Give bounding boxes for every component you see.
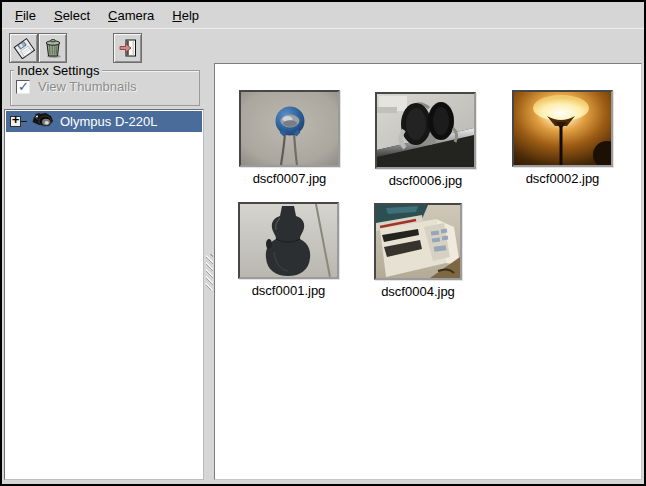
thumbnail-image-thermistor	[239, 90, 340, 167]
view-thumbnails-label: View Thumbnails	[38, 79, 137, 94]
exit-button[interactable]	[113, 33, 142, 63]
frame-title: Index Settings	[14, 63, 102, 78]
pane-resize-handle[interactable]	[206, 254, 213, 290]
thumbnail-filename: dscf0002.jpg	[512, 171, 613, 186]
menu-camera[interactable]: Camera	[105, 5, 157, 26]
exit-door-icon	[117, 37, 139, 59]
menu-help[interactable]: Help	[169, 5, 202, 26]
index-settings-frame: Index Settings View Thumbnails	[10, 70, 200, 106]
camera-label: Olympus D-220L	[60, 114, 158, 129]
thumbnail-image-lamp	[512, 90, 613, 167]
thumbnail-panel: dscf0007.jpg	[214, 63, 642, 480]
thumbnail-image-headphones	[375, 92, 476, 169]
menu-file[interactable]: File	[12, 5, 39, 26]
floppy-disk-icon	[13, 37, 35, 59]
thumbnail-item[interactable]: dscf0001.jpg	[238, 202, 339, 298]
view-thumbnails-checkbox[interactable]	[16, 80, 30, 94]
view-thumbnails-option[interactable]: View Thumbnails	[16, 79, 137, 94]
tree-branch-line	[21, 121, 27, 122]
menu-bar: File Select Camera Help	[2, 2, 644, 29]
thumbnail-item[interactable]: dscf0007.jpg	[239, 90, 340, 186]
thumbnail-filename: dscf0004.jpg	[374, 284, 462, 299]
thumbnail-filename: dscf0007.jpg	[239, 171, 340, 186]
expander-plus-icon[interactable]	[10, 116, 21, 127]
tree-item-camera[interactable]: Olympus D-220L	[6, 111, 202, 132]
thumbnail-item[interactable]: dscf0004.jpg	[374, 203, 462, 299]
pane-divider	[205, 63, 214, 480]
save-button[interactable]	[9, 33, 38, 63]
camera-tree: Olympus D-220L	[4, 109, 204, 480]
camera-icon	[29, 111, 55, 133]
thumbnail-filename: dscf0006.jpg	[375, 173, 476, 188]
thumbnail-item[interactable]: dscf0006.jpg	[375, 92, 476, 188]
delete-button[interactable]	[38, 33, 67, 63]
thumbnail-image-printer	[374, 203, 462, 280]
menu-select[interactable]: Select	[51, 5, 93, 26]
thumbnail-filename: dscf0001.jpg	[238, 283, 339, 298]
gtkam-window: File Select Camera Help	[0, 0, 646, 486]
trash-icon	[42, 37, 64, 59]
thumbnail-image-guitar-case	[238, 202, 339, 279]
thumbnail-item[interactable]: dscf0002.jpg	[512, 90, 613, 186]
